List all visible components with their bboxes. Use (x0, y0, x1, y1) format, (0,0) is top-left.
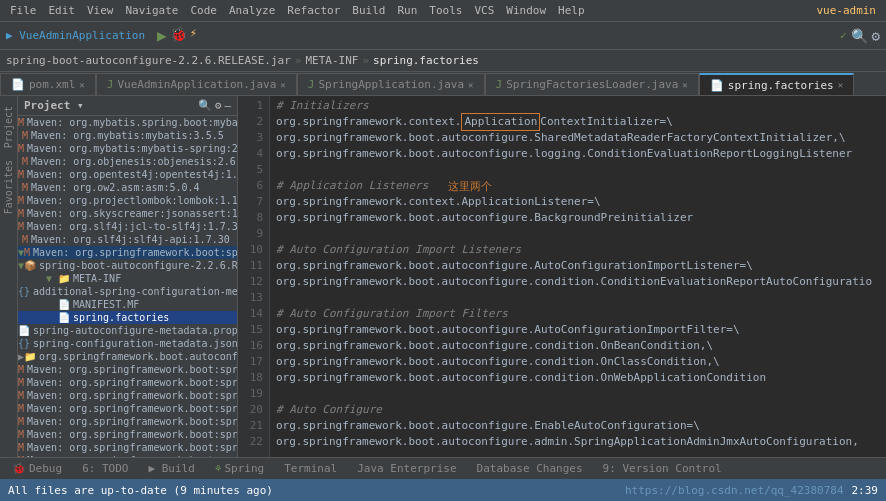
code-line-18: org.springframework.boot.autoconfigure.c… (276, 370, 880, 386)
close-tab-loader[interactable]: ✕ (682, 80, 687, 90)
menu-refactor[interactable]: Refactor (281, 4, 346, 17)
filepath-meta-inf[interactable]: META-INF (305, 54, 358, 67)
terminal-tab[interactable]: Terminal (278, 462, 343, 475)
tree-item-autoconfigure-props[interactable]: 📄 spring-autoconfigure-metadata.properti… (18, 324, 237, 337)
sidebar-header: Project ▾ 🔍 ⚙ — (18, 96, 237, 116)
code-line-11: org.springframework.boot.autoconfigure.A… (276, 258, 880, 274)
tree-item-boot-starter-logging[interactable]: M Maven: org.springframework.boot:spring… (18, 402, 237, 415)
project-selector[interactable]: ▶ VueAdminApplication (6, 29, 145, 42)
sidebar: Project ▾ 🔍 ⚙ — M Maven: org.mybatis.spr… (18, 96, 238, 457)
main-container: File Edit View Navigate Code Analyze Ref… (0, 0, 886, 501)
code-line-4: org.springframework.boot.autoconfigure.l… (276, 146, 880, 162)
checkmark-icon: ✓ (840, 29, 847, 42)
tab-spring-app[interactable]: J SpringApplication.java ✕ (297, 73, 485, 95)
code-area: 1 2 3 4 5 6 7 8 9 10 11 12 13 14 15 16 1 (238, 96, 886, 457)
maven-icon-2: M (22, 130, 28, 141)
tree-item-mybatis-starter[interactable]: M Maven: org.mybatis.spring.boot:mybatis… (18, 116, 237, 129)
sidebar-icon-1[interactable]: 🔍 (198, 99, 212, 112)
tree-item-spring-factories[interactable]: 📄 spring.factories (18, 311, 237, 324)
tree-item-lombok[interactable]: M Maven: org.projectlombok:lombok:1.18.1… (18, 194, 237, 207)
close-tab-pom[interactable]: ✕ (79, 80, 84, 90)
tree-item-jcl-slf4j[interactable]: M Maven: org.slf4j:jcl-to-slf4j:1.7.30 (18, 220, 237, 233)
code-line-13 (276, 290, 880, 306)
maven-icon: M (18, 117, 24, 128)
menu-code[interactable]: Code (184, 4, 223, 17)
tab-spring-factories-loader[interactable]: J SpringFactoriesLoader.java ✕ (485, 73, 699, 95)
tab-pom-xml[interactable]: 📄 pom.xml ✕ (0, 73, 96, 95)
close-tab-factories[interactable]: ✕ (838, 80, 843, 90)
tree-item-boot-starter-json[interactable]: M Maven: org.springframework.boot:spring… (18, 389, 237, 402)
sidebar-title: Project ▾ (24, 99, 84, 112)
menu-analyze[interactable]: Analyze (223, 4, 281, 17)
toolbar: ▶ VueAdminApplication ▶ 🐞 ⚡ ✓ 🔍 ⚙ (0, 22, 886, 50)
tree-item-mybatis[interactable]: M Maven: org.mybatis:mybatis:3.5.5 (18, 129, 237, 142)
tree-item-autoconfigure-parent[interactable]: ▼ M Maven: org.springframework.boot:spri… (18, 246, 237, 259)
status-left: All files are up-to-date (9 minutes ago) (8, 484, 273, 497)
tree-item-additional-config[interactable]: {} additional-spring-configuration-metad… (18, 285, 237, 298)
menu-tools[interactable]: Tools (423, 4, 468, 17)
database-changes-tab[interactable]: Database Changes (471, 462, 589, 475)
code-line-7: org.springframework.context.ApplicationL… (276, 194, 880, 210)
tree-item-slf4j[interactable]: M Maven: org.slf4j:slf4j-api:1.7.30 (18, 233, 237, 246)
tree-item-boot-starter-validation[interactable]: M Maven: org.springframework.boot:spring… (18, 441, 237, 454)
code-line-14: # Auto Configuration Import Filters (276, 306, 880, 322)
menu-view[interactable]: View (81, 4, 120, 17)
bottom-bar: 🐞 Debug 6: TODO ▶ Build ⚘ Spring Termina… (0, 457, 886, 479)
menu-bar: File Edit View Navigate Code Analyze Ref… (0, 0, 886, 22)
close-tab-spring-app[interactable]: ✕ (468, 80, 473, 90)
menu-build[interactable]: Build (346, 4, 391, 17)
settings-icon[interactable]: ⚙ (872, 28, 880, 44)
tree-item-jar[interactable]: ▼ 📦 spring-boot-autoconfigure-2.2.6.RELE… (18, 259, 237, 272)
tree-item-config-metadata[interactable]: {} spring-configuration-metadata.json (18, 337, 237, 350)
menu-edit[interactable]: Edit (43, 4, 82, 17)
close-tab-vue[interactable]: ✕ (280, 80, 285, 90)
tree-item-boot-starter-jdbc[interactable]: M Maven: org.springframework.boot:spring… (18, 376, 237, 389)
java-enterprise-tab[interactable]: Java Enterprise (351, 462, 462, 475)
code-line-17: org.springframework.boot.autoconfigure.c… (276, 354, 880, 370)
tree-item-objenesis[interactable]: M Maven: org.objenesis:objenesis:2.6 (18, 155, 237, 168)
search-everywhere-btn[interactable]: 🔍 (851, 28, 868, 44)
build-tab[interactable]: ▶ Build (142, 462, 200, 475)
filepath-file[interactable]: spring.factories (373, 54, 479, 67)
debug-btn[interactable]: 🐞 (170, 26, 187, 45)
tree-item-boot-starter-tomcat[interactable]: M Maven: org.springframework.boot:spring… (18, 428, 237, 441)
run-btn[interactable]: ▶ (157, 26, 167, 45)
status-position: 2:39 (852, 484, 879, 497)
menu-run[interactable]: Run (391, 4, 423, 17)
filepath-jar[interactable]: spring-boot-autoconfigure-2.2.6.RELEASE.… (6, 54, 291, 67)
tree-item-opentest4j[interactable]: M Maven: org.opentest4j:opentest4j:1.2.0 (18, 168, 237, 181)
build-icon[interactable]: ⚡ (190, 26, 197, 45)
code-line-16: org.springframework.boot.autoconfigure.c… (276, 338, 880, 354)
sidebar-icon-2[interactable]: ⚙ (215, 99, 222, 112)
spring-tab[interactable]: ⚘ Spring (209, 462, 270, 475)
favorites-side-tab[interactable]: Favorites (1, 154, 16, 220)
menu-file[interactable]: File (4, 4, 43, 17)
todo-tab[interactable]: 6: TODO (76, 462, 134, 475)
sidebar-minimize-icon[interactable]: — (224, 99, 231, 112)
debug-tab[interactable]: 🐞 Debug (6, 462, 68, 475)
chinese-annotation: 这里两个 (448, 178, 492, 194)
tree-item-asm[interactable]: M Maven: org.ow2.asm:asm:5.0.4 (18, 181, 237, 194)
menu-navigate[interactable]: Navigate (120, 4, 185, 17)
side-tabs-left: Project Favorites (0, 96, 18, 457)
code-line-21: org.springframework.boot.autoconfigure.E… (276, 418, 880, 434)
version-control-tab[interactable]: 9: Version Control (597, 462, 728, 475)
tree-item-manifest[interactable]: 📄 MANIFEST.MF (18, 298, 237, 311)
code-line-8: org.springframework.boot.autoconfigure.B… (276, 210, 880, 226)
tree-item-boot-starter[interactable]: M Maven: org.springframework.boot:spring… (18, 363, 237, 376)
tree-item-meta-inf[interactable]: ▼ 📁 META-INF (18, 272, 237, 285)
code-line-19 (276, 386, 880, 402)
code-line-5 (276, 162, 880, 178)
tab-vue-admin-app[interactable]: J VueAdminApplication.java ✕ (96, 73, 297, 95)
tree-item-mybatis-spring[interactable]: M Maven: org.mybatis:mybatis-spring:2.0.… (18, 142, 237, 155)
menu-help[interactable]: Help (552, 4, 591, 17)
menu-vcs[interactable]: VCS (468, 4, 500, 17)
menu-window[interactable]: Window (500, 4, 552, 17)
tree-item-jsonassert[interactable]: M Maven: org.skyscreamer:jsonassert:1.5.… (18, 207, 237, 220)
menu-project[interactable]: vue-admin (810, 4, 882, 17)
code-line-9 (276, 226, 880, 242)
project-side-tab[interactable]: Project (1, 100, 16, 154)
tab-spring-factories[interactable]: 📄 spring.factories ✕ (699, 73, 854, 95)
tree-item-autoconfigure-pkg[interactable]: ▶ 📁 org.springframework.boot.autoconfigu… (18, 350, 237, 363)
tree-item-boot-starter-test[interactable]: M Maven: org.springframework.boot:spring… (18, 415, 237, 428)
